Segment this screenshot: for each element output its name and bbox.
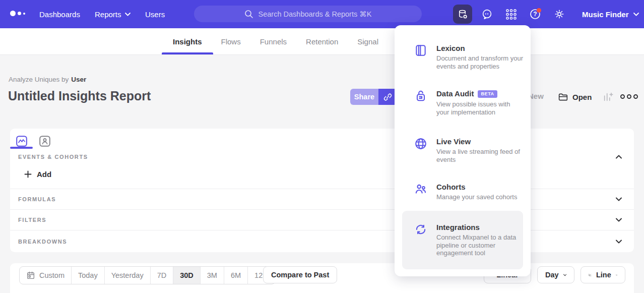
tab-retention[interactable]: Retention	[306, 28, 338, 54]
menu-item-cohorts[interactable]: Cohorts Manage your saved cohorts	[402, 177, 523, 207]
add-label: Add	[37, 170, 51, 179]
nav-reports[interactable]: Reports	[95, 0, 131, 28]
range-30d-label: 30D	[180, 271, 194, 279]
tab-funnels[interactable]: Funnels	[260, 28, 287, 54]
live-view-description: View a live streaming feed of events	[436, 148, 523, 163]
data-management-button[interactable]	[453, 5, 472, 24]
calendar-icon	[26, 271, 35, 280]
feedback-icon	[481, 9, 493, 20]
section-filters[interactable]: FILTERS	[10, 209, 634, 230]
tab-insights[interactable]: Insights	[173, 28, 202, 54]
chart-type-dropdown[interactable]: Line	[581, 266, 625, 283]
settings-button[interactable]	[550, 5, 569, 24]
share-button-group: Share	[350, 89, 397, 105]
open-report-button[interactable]: Open	[558, 92, 592, 102]
chevron-down-icon	[563, 273, 566, 277]
report-tabbar: Insights Flows Funnels Retention Signal …	[0, 28, 644, 55]
interval-dropdown[interactable]: Day	[537, 266, 574, 283]
range-3m[interactable]: 3M	[200, 267, 224, 284]
tab-flows[interactable]: Flows	[221, 28, 241, 54]
chevron-down-icon[interactable]	[616, 240, 622, 244]
data-management-menu: Lexicon Document and transform your even…	[395, 25, 531, 276]
notification-dot	[537, 8, 541, 13]
integrations-description: Connect Mixpanel to a data pipeline or c…	[436, 233, 523, 257]
range-30d[interactable]: 30D	[173, 267, 200, 284]
project-switcher[interactable]: Music Finder	[582, 0, 639, 28]
lexicon-description: Document and transform your events and p…	[436, 54, 523, 70]
help-button[interactable]: ?	[526, 5, 545, 24]
tab-flows-label: Flows	[221, 37, 241, 46]
menu-item-data-audit[interactable]: Data AuditBETA View possible issues with…	[402, 83, 523, 122]
page-title[interactable]: Untitled Insights Report	[8, 89, 151, 103]
interval-label: Day	[545, 271, 559, 279]
nav-dashboards[interactable]: Dashboards	[39, 0, 80, 28]
filters-label: FILTERS	[18, 217, 46, 223]
add-chart-icon	[603, 91, 614, 102]
range-yesterday[interactable]: Yesterday	[104, 267, 150, 284]
chart-controls-card: Custom Today Yesterday 7D 30D 3M 6M 12M …	[10, 263, 634, 293]
subtab-events[interactable]	[16, 136, 27, 147]
section-formulas[interactable]: FORMULAS	[10, 189, 634, 209]
analysis-entity[interactable]: User	[71, 76, 86, 83]
nav-users[interactable]: Users	[145, 0, 165, 28]
plus-icon	[24, 170, 32, 178]
range-6m-label: 6M	[231, 271, 241, 279]
data-management-icon	[457, 9, 469, 20]
app-window: Dashboards Reports Users Search Dashboar…	[0, 0, 644, 293]
chevron-down-icon[interactable]	[616, 197, 622, 201]
section-events-cohorts[interactable]: EVENTS & COHORTS	[18, 151, 622, 162]
chart-type-label: Line	[596, 271, 611, 279]
tab-funnels-label: Funnels	[260, 37, 287, 46]
events-cohorts-label: EVENTS & COHORTS	[18, 154, 88, 160]
tab-signal[interactable]: Signal	[357, 28, 378, 54]
range-custom[interactable]: Custom	[20, 267, 71, 284]
cohorts-title: Cohorts	[436, 183, 517, 191]
sync-icon	[414, 223, 427, 236]
add-to-dashboard-button[interactable]	[603, 91, 614, 102]
chevron-down-icon[interactable]	[616, 218, 622, 222]
folder-icon	[558, 92, 568, 102]
range-today[interactable]: Today	[71, 267, 104, 284]
report-subtitle: Analyze Uniques byUser	[9, 76, 86, 83]
compare-to-past-button[interactable]: Compare to Past	[263, 266, 337, 283]
subtab-profiles[interactable]	[39, 136, 50, 147]
integrations-title: Integrations	[436, 223, 523, 231]
compare-label: Compare to Past	[271, 271, 329, 279]
range-today-label: Today	[78, 271, 98, 279]
share-button[interactable]: Share	[350, 89, 378, 105]
range-7d[interactable]: 7D	[150, 267, 173, 284]
chevron-up-icon[interactable]	[616, 155, 622, 159]
line-chart-icon	[589, 270, 592, 279]
cohorts-description: Manage your saved cohorts	[436, 193, 517, 201]
lexicon-title: Lexicon	[436, 44, 523, 52]
audit-lock-icon	[414, 89, 427, 102]
people-icon	[414, 183, 427, 196]
nav-users-label: Users	[145, 10, 165, 19]
nav-reports-label: Reports	[95, 10, 121, 19]
tab-retention-label: Retention	[306, 37, 338, 46]
insights-chart-icon	[16, 136, 27, 147]
link-icon	[383, 92, 393, 102]
subtitle-prefix: Analyze Uniques by	[9, 76, 69, 83]
feedback-button[interactable]	[477, 5, 496, 24]
date-range-group: Custom Today Yesterday 7D 30D 3M 6M 12M	[19, 266, 276, 284]
range-7d-label: 7D	[157, 271, 167, 279]
mixpanel-logo-icon[interactable]	[10, 11, 25, 16]
chevron-down-icon	[616, 273, 617, 277]
search-input[interactable]: Search Dashboards & Reports ⌘K	[194, 6, 422, 22]
search-placeholder: Search Dashboards & Reports ⌘K	[259, 10, 372, 18]
book-icon	[414, 44, 427, 57]
section-breakdowns[interactable]: BREAKDOWNS	[10, 230, 634, 252]
menu-item-integrations[interactable]: Integrations Connect Mixpanel to a data …	[402, 211, 523, 269]
apps-grid-icon	[506, 9, 517, 20]
range-6m[interactable]: 6M	[224, 267, 247, 284]
globe-icon	[414, 137, 427, 150]
more-options-button[interactable]	[620, 94, 638, 99]
apps-grid-button[interactable]	[501, 5, 521, 24]
menu-item-lexicon[interactable]: Lexicon Document and transform your even…	[402, 38, 523, 76]
nav-dashboards-label: Dashboards	[39, 10, 80, 19]
menu-item-live-view[interactable]: Live View View a live streaming feed of …	[402, 131, 523, 169]
search-icon	[244, 10, 253, 19]
add-event-button[interactable]: Add	[24, 170, 51, 179]
range-custom-label: Custom	[39, 271, 65, 279]
